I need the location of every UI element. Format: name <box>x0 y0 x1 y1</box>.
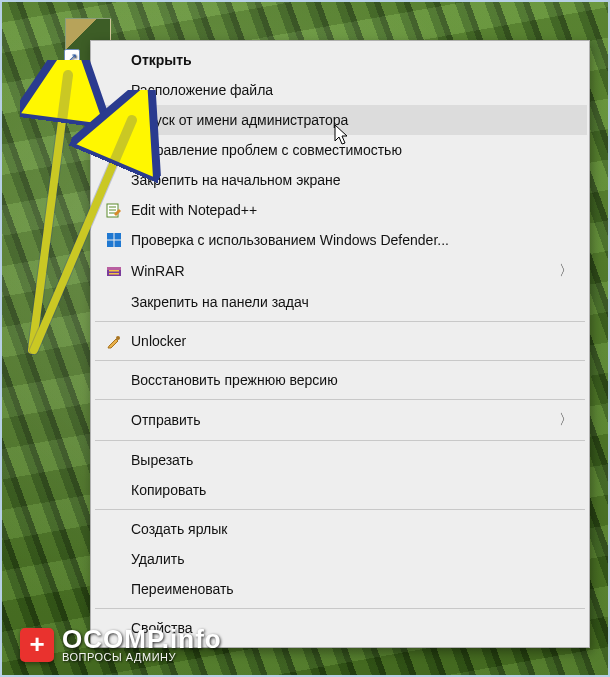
shield-icon <box>103 112 125 128</box>
menu-edit-notepadpp[interactable]: Edit with Notepad++ <box>93 195 587 225</box>
svg-rect-11 <box>109 270 119 272</box>
notepadpp-icon <box>103 202 125 218</box>
menu-open[interactable]: Открыть <box>93 45 587 75</box>
chevron-right-icon: 〉 <box>559 411 573 429</box>
menu-send-to[interactable]: Отправить 〉 <box>93 404 587 436</box>
menu-unlocker[interactable]: Unlocker <box>93 326 587 356</box>
menu-separator <box>95 608 585 609</box>
svg-rect-10 <box>107 267 121 270</box>
defender-icon <box>103 232 125 248</box>
menu-rename[interactable]: Переименовать <box>93 574 587 604</box>
menu-winrar[interactable]: WinRAR 〉 <box>93 255 587 287</box>
menu-separator <box>95 440 585 441</box>
menu-separator <box>95 509 585 510</box>
svg-rect-5 <box>107 233 114 240</box>
watermark-title: OCOMP.info <box>62 626 222 652</box>
menu-defender-scan[interactable]: Проверка с использованием Windows Defend… <box>93 225 587 255</box>
chevron-right-icon: 〉 <box>559 262 573 280</box>
winrar-icon <box>103 263 125 279</box>
watermark: + OCOMP.info ВОПРОСЫ АДМИНУ <box>20 626 222 663</box>
context-menu: Открыть Расположение файла Запуск от име… <box>90 40 590 648</box>
svg-rect-12 <box>109 273 119 275</box>
menu-pin-taskbar[interactable]: Закрепить на панели задач <box>93 287 587 317</box>
menu-pin-start[interactable]: Закрепить на начальном экране <box>93 165 587 195</box>
menu-create-shortcut[interactable]: Создать ярлык <box>93 514 587 544</box>
unlocker-icon <box>103 333 125 349</box>
menu-file-location[interactable]: Расположение файла <box>93 75 587 105</box>
menu-separator <box>95 399 585 400</box>
watermark-subtitle: ВОПРОСЫ АДМИНУ <box>62 652 222 663</box>
menu-separator <box>95 360 585 361</box>
svg-rect-6 <box>115 233 122 240</box>
menu-separator <box>95 321 585 322</box>
menu-cut[interactable]: Вырезать <box>93 445 587 475</box>
menu-compat-troubleshoot[interactable]: Исправление проблем с совместимостью <box>93 135 587 165</box>
svg-rect-7 <box>107 241 114 248</box>
menu-delete[interactable]: Удалить <box>93 544 587 574</box>
svg-rect-8 <box>115 241 122 248</box>
menu-copy[interactable]: Копировать <box>93 475 587 505</box>
svg-point-13 <box>116 336 120 340</box>
watermark-plus-icon: + <box>20 628 54 662</box>
menu-run-as-admin[interactable]: Запуск от имени администратора <box>93 105 587 135</box>
shortcut-arrow-icon: ↗ <box>64 49 80 65</box>
menu-restore-previous[interactable]: Восстановить прежнюю версию <box>93 365 587 395</box>
